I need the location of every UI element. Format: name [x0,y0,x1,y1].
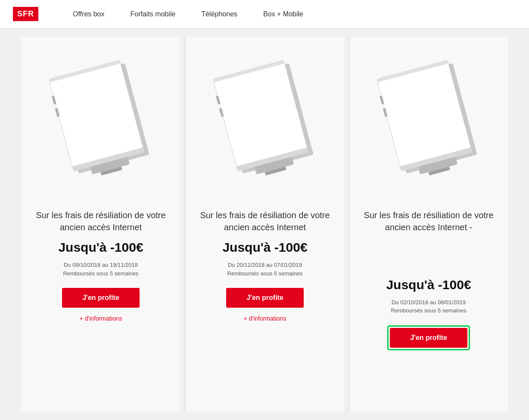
sfr-logo[interactable]: SFR [13,7,38,21]
card-1-dates: Du 09/10/2018 au 19/11/2018Remboursés so… [34,261,168,278]
nav-link-offres-box[interactable]: Offres box [73,10,105,18]
card-2-body: Sur les frais de résiliation de votre an… [186,201,344,398]
main-content: Sur les frais de résiliation de votre an… [0,28,529,420]
card-2-cta-button[interactable]: J'en profite [226,288,304,308]
nav-item-offres-box[interactable]: Offres box [73,10,105,18]
card-1-description: Sur les frais de résiliation de votre an… [34,209,168,233]
nav-item-telephones[interactable]: Téléphones [201,10,237,18]
card-3-body: Sur les frais de résiliation de votre an… [349,201,508,398]
card-1-more-info-link[interactable]: + d'informations [80,315,122,322]
nav-item-forfaits-mobile[interactable]: Forfaits mobile [131,10,176,18]
card-2-image-area [186,37,344,201]
card-2-more-info-link[interactable]: + d'informations [244,315,286,322]
card-1-image-area [21,37,180,201]
router-image-2 [205,50,325,188]
card-3-dates: Du 02/10/2018 au 08/01/2019Remboursés so… [362,298,495,315]
nav-item-box-mobile[interactable]: Box + Mobile [263,10,303,18]
card-1-cta-button[interactable]: J'en profite [62,288,140,308]
card-2-amount: Jusqu'à -100€ [199,240,331,255]
router-image-3 [368,50,489,188]
card-1-amount: Jusqu'à -100€ [34,240,168,255]
router-image-1 [40,50,161,188]
card-3-description: Sur les frais de résiliation de votre an… [362,209,495,233]
product-card-3: Sur les frais de résiliation de votre an… [349,37,508,411]
card-3-image-area [349,37,508,201]
card-3-cta-wrapper: J'en profite [387,325,470,350]
nav-link-forfaits-mobile[interactable]: Forfaits mobile [131,10,176,18]
card-3-cta-button[interactable]: J'en profite [390,328,467,348]
main-nav: Offres box Forfaits mobile Téléphones Bo… [73,10,303,18]
product-card-2: Sur les frais de résiliation de votre an… [185,37,344,411]
card-3-amount: Jusqu'à -100€ [362,278,495,292]
card-1-body: Sur les frais de résiliation de votre an… [21,201,180,398]
nav-link-telephones[interactable]: Téléphones [201,10,237,18]
product-card-1: Sur les frais de résiliation de votre an… [21,37,180,411]
card-2-description: Sur les frais de résiliation de votre an… [199,209,331,233]
site-header: SFR Offres box Forfaits mobile Téléphone… [0,0,529,28]
card-2-dates: Du 20/11/2018 au 07/01/2019Remboursés so… [199,261,331,278]
nav-link-box-mobile[interactable]: Box + Mobile [263,10,303,18]
